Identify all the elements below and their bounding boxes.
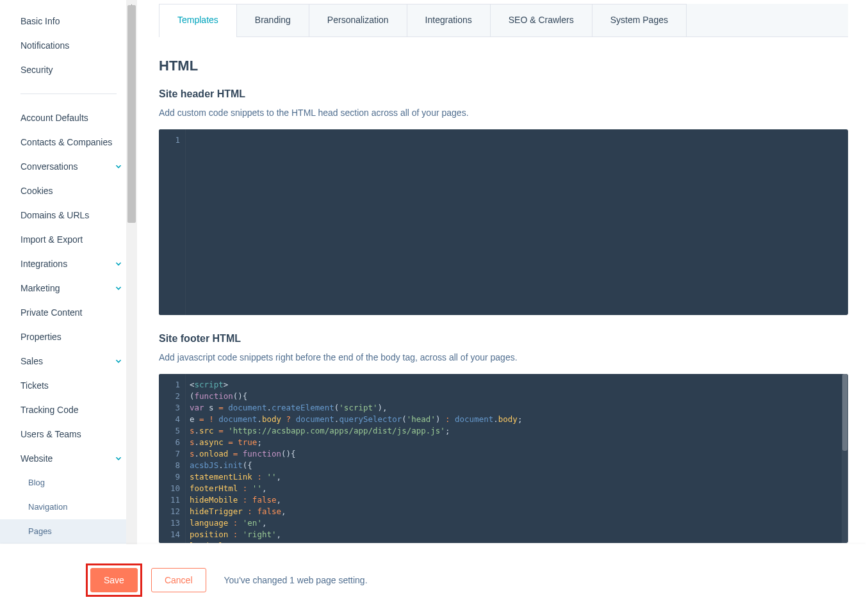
code-line: footerHtml : '',: [190, 483, 843, 494]
save-bar: Save Cancel You've changed 1 web page se…: [0, 544, 866, 616]
chevron-down-icon: [114, 162, 123, 171]
sidebar-scroll-thumb[interactable]: [127, 5, 136, 223]
site-footer-editor[interactable]: 123456789101112131415 <script>(function(…: [159, 374, 848, 543]
line-number: 6: [159, 437, 180, 448]
tab-personalization[interactable]: Personalization: [309, 4, 407, 36]
editor-body[interactable]: [186, 129, 848, 315]
chevron-down-icon: [114, 357, 123, 366]
code-line: hideTrigger : false,: [190, 506, 843, 517]
sidebar-item-label: Account Defaults: [20, 112, 88, 124]
section-title: HTML: [159, 58, 848, 74]
sidebar-item-security[interactable]: Security: [0, 58, 137, 82]
sidebar-scrollbar[interactable]: ▲: [126, 0, 137, 544]
sidebar-item-marketing[interactable]: Marketing: [0, 276, 137, 300]
line-number: 9: [159, 471, 180, 483]
sidebar-item-label: Private Content: [20, 307, 83, 318]
sidebar-item-notifications[interactable]: Notifications: [0, 33, 137, 58]
line-number: 13: [159, 517, 180, 529]
line-number: 11: [159, 494, 180, 506]
sidebar-item-label: Import & Export: [20, 234, 83, 245]
line-number: 1: [159, 379, 180, 391]
chevron-down-icon: [114, 284, 123, 293]
line-number: 5: [159, 425, 180, 437]
cancel-button[interactable]: Cancel: [151, 568, 206, 592]
code-line: language : 'en',: [190, 517, 843, 529]
main-content: TemplatesBrandingPersonalizationIntegrat…: [137, 0, 866, 616]
code-line: s.async = true;: [190, 437, 843, 448]
sidebar-item-website[interactable]: Website: [0, 446, 137, 471]
sidebar-item-tickets[interactable]: Tickets: [0, 373, 137, 398]
line-number: 10: [159, 483, 180, 494]
settings-tabs: TemplatesBrandingPersonalizationIntegrat…: [159, 4, 848, 37]
line-number: 1: [159, 134, 180, 146]
sidebar-item-label: Properties: [20, 331, 61, 343]
code-line: acsbJS.init({: [190, 460, 843, 471]
editor-scroll-thumb[interactable]: [842, 374, 847, 451]
sidebar-item-contacts-companies[interactable]: Contacts & Companies: [0, 130, 137, 154]
sidebar-item-integrations[interactable]: Integrations: [0, 252, 137, 276]
code-line: leadColor : '#146FF8',: [190, 540, 843, 543]
sidebar-item-label: Website: [20, 453, 53, 464]
editor-body[interactable]: <script>(function(){var s = document.cre…: [186, 374, 848, 543]
sidebar-item-label: Cookies: [20, 185, 53, 197]
tab-branding[interactable]: Branding: [236, 4, 309, 36]
code-line: s.src = 'https://acsbapp.com/apps/app/di…: [190, 425, 843, 437]
sidebar-item-label: Contacts & Companies: [20, 136, 112, 148]
sidebar-item-cookies[interactable]: Cookies: [0, 179, 137, 203]
site-footer-title: Site footer HTML: [159, 333, 848, 344]
line-number: 15: [159, 540, 180, 543]
sidebar-item-sales[interactable]: Sales: [0, 349, 137, 373]
sidebar-item-label: Domains & URLs: [20, 209, 89, 221]
line-number: 7: [159, 448, 180, 460]
sidebar-item-label: Tickets: [20, 380, 49, 391]
save-button[interactable]: Save: [90, 568, 138, 592]
save-status-text: You've changed 1 web page setting.: [224, 575, 368, 585]
code-line: (function(){: [190, 391, 843, 402]
sidebar-sub-pages[interactable]: Pages: [0, 519, 137, 544]
sidebar-item-account-defaults[interactable]: Account Defaults: [0, 106, 137, 130]
sidebar-sub-blog[interactable]: Blog: [0, 471, 137, 495]
site-header-title: Site header HTML: [159, 88, 848, 100]
sidebar-item-users-teams[interactable]: Users & Teams: [0, 422, 137, 446]
chevron-down-icon: [114, 454, 123, 463]
site-footer-desc: Add javascript code snippets right befor…: [159, 351, 848, 364]
line-number: 14: [159, 529, 180, 540]
sidebar-item-private-content[interactable]: Private Content: [0, 300, 137, 325]
tab-templates[interactable]: Templates: [159, 4, 237, 36]
code-line: e = ! document.body ? document.querySele…: [190, 414, 843, 425]
save-highlight: Save: [86, 563, 142, 597]
settings-sidebar: Basic InfoNotificationsSecurityAccount D…: [0, 0, 137, 544]
sidebar-item-label: Integrations: [20, 258, 67, 270]
sidebar-item-tracking-code[interactable]: Tracking Code: [0, 398, 137, 422]
code-line: position : 'right',: [190, 529, 843, 540]
site-header-editor[interactable]: 1: [159, 129, 848, 315]
sidebar-item-domains-urls[interactable]: Domains & URLs: [0, 203, 137, 227]
site-header-desc: Add custom code snippets to the HTML hea…: [159, 106, 848, 119]
code-line: <script>: [190, 379, 843, 391]
sidebar-item-label: Sales: [20, 355, 43, 367]
sidebar-item-label: Conversations: [20, 161, 78, 172]
sidebar-item-conversations[interactable]: Conversations: [0, 154, 137, 179]
line-number: 8: [159, 460, 180, 471]
chevron-down-icon: [114, 259, 123, 268]
line-number: 2: [159, 391, 180, 402]
sidebar-sub-navigation[interactable]: Navigation: [0, 495, 137, 519]
sidebar-item-basic-info[interactable]: Basic Info: [0, 9, 137, 33]
code-line: hideMobile : false,: [190, 494, 843, 506]
sidebar-item-label: Tracking Code: [20, 404, 79, 416]
tab-seo-crawlers[interactable]: SEO & Crawlers: [490, 4, 592, 36]
tab-integrations[interactable]: Integrations: [407, 4, 491, 36]
sidebar-item-label: Marketing: [20, 282, 60, 294]
code-line: statementLink : '',: [190, 471, 843, 483]
code-line: s.onload = function(){: [190, 448, 843, 460]
line-number: 4: [159, 414, 180, 425]
sidebar-item-import-export[interactable]: Import & Export: [0, 227, 137, 252]
editor-gutter: 123456789101112131415: [159, 374, 186, 543]
sidebar-item-properties[interactable]: Properties: [0, 325, 137, 349]
sidebar-nav: Basic InfoNotificationsSecurityAccount D…: [0, 0, 137, 556]
editor-scrollbar[interactable]: [842, 374, 848, 543]
editor-gutter: 1: [159, 129, 186, 315]
sidebar-item-label: Users & Teams: [20, 428, 81, 440]
line-number: 12: [159, 506, 180, 517]
tab-system-pages[interactable]: System Pages: [592, 4, 687, 36]
